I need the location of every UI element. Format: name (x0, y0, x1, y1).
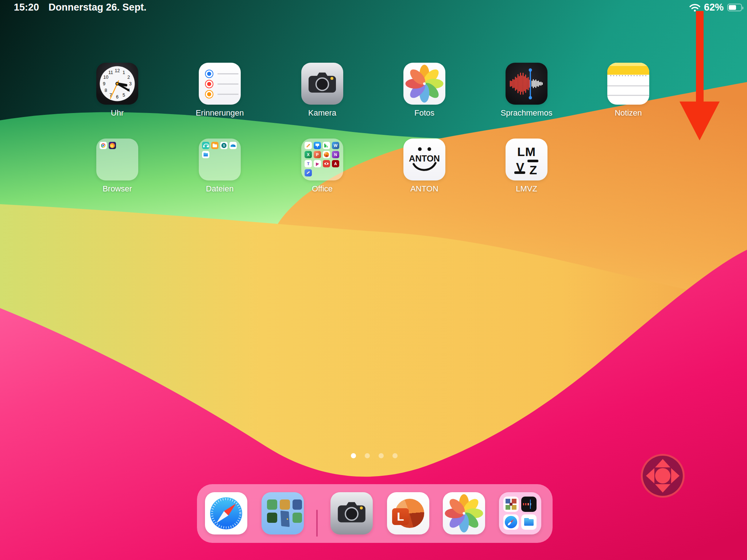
app-label: Kamera (308, 108, 336, 118)
rooms-grid-icon (262, 492, 304, 534)
page-dot-3[interactable] (379, 453, 384, 458)
svg-text:12: 12 (115, 68, 120, 73)
dock-app-kamera[interactable] (330, 492, 373, 534)
safari-mini-icon (503, 514, 519, 530)
pages-mini-icon (305, 142, 312, 149)
page-dot-1[interactable] (351, 453, 356, 458)
dock-folder[interactable] (499, 492, 541, 534)
app-label: Fotos (414, 108, 434, 118)
lens-mini-icon (323, 151, 330, 158)
svg-text:11: 11 (108, 70, 113, 75)
excel-mini-icon: X (305, 151, 312, 158)
keynote-mini-icon (314, 142, 321, 149)
folder-browser[interactable]: Browser (96, 139, 138, 180)
svg-text:5: 5 (123, 93, 125, 98)
sharepoint-mini-icon: S (220, 142, 228, 149)
reader-mini-icon (323, 160, 330, 167)
svg-text:1: 1 (123, 70, 125, 75)
lmvz-icon: LM V Z (506, 139, 547, 180)
status-bar: 15:20 Donnerstag 26. Sept. 62% (0, 0, 747, 15)
teams-mini-icon: T (305, 160, 312, 167)
folderorange-mini-icon (211, 142, 218, 149)
photos-icon (403, 63, 445, 105)
app-label: Erinnerungen (196, 108, 244, 118)
app-label: Uhr (111, 108, 124, 118)
door-icon (280, 511, 290, 527)
dock-folder-icon (499, 492, 541, 534)
app-label: Notizen (615, 108, 642, 118)
app-anton[interactable]: ANTON ANTON (403, 139, 445, 180)
safari-icon (205, 492, 247, 534)
ipad-home-screen: 15:20 Donnerstag 26. Sept. 62% 121234567… (0, 0, 747, 560)
status-date: Donnerstag 26. Sept. (49, 2, 147, 13)
dock-app-office-lens[interactable]: L (387, 492, 429, 534)
assistive-touch-button[interactable] (641, 454, 685, 498)
word-mini-icon: W (332, 142, 339, 149)
svg-text:10: 10 (103, 75, 108, 80)
svg-text:8: 8 (105, 88, 107, 93)
app-fotos[interactable]: Fotos (403, 63, 445, 105)
folder-dateien[interactable]: S Dateien (199, 139, 241, 180)
page-dot-4[interactable] (392, 453, 398, 458)
browser-folder-icon (96, 139, 138, 180)
wifi-icon (689, 3, 700, 12)
reminders-icon (199, 63, 241, 105)
acrobat-mini-icon: A (332, 160, 339, 167)
app-kamera[interactable]: Kamera (301, 63, 343, 105)
page-dot-2[interactable] (365, 453, 370, 458)
stream-mini-icon (314, 160, 321, 167)
app-uhr[interactable]: 121234567891011 Uhr (96, 63, 138, 105)
dock-divider (316, 510, 318, 537)
folder-label: Office (312, 184, 333, 194)
files-folder-icon: S (199, 139, 241, 180)
svg-text:6: 6 (116, 94, 119, 100)
firefox-mini-icon (109, 142, 116, 149)
dock-app-rooms[interactable] (262, 492, 304, 534)
photos-icon (443, 492, 485, 534)
audio-mini-icon (202, 142, 209, 149)
app-lmvz[interactable]: LM V Z LMVZ (506, 139, 547, 180)
app-label: LMVZ (516, 184, 537, 194)
joystick-up-icon (655, 459, 670, 467)
voice-memos-icon (506, 63, 547, 105)
battery-icon (727, 4, 742, 11)
battery-percent: 62% (704, 2, 724, 13)
folder-label: Browser (102, 184, 132, 194)
lens-l-badge: L (392, 508, 409, 525)
app-notizen[interactable]: Notizen (607, 63, 649, 105)
svg-text:9: 9 (103, 81, 105, 86)
svg-text:ANTON: ANTON (409, 153, 440, 163)
app-label: Sprachmemos (501, 108, 553, 118)
editor-mini-icon (305, 169, 312, 176)
page-dots[interactable] (351, 453, 398, 458)
anton-icon: ANTON (403, 139, 445, 180)
svg-text:LM: LM (517, 145, 536, 159)
voicememos-mini-icon (521, 497, 537, 512)
folder-office[interactable]: WXPNTA Office (301, 139, 343, 180)
onedrive-mini-icon (229, 142, 237, 149)
files-mini-icon (521, 514, 537, 530)
chrome-mini-icon (100, 142, 107, 149)
dock-app-fotos[interactable] (443, 492, 485, 534)
office-lens-icon: L (387, 492, 429, 534)
classroom-mini-icon (503, 497, 519, 512)
svg-text:Z: Z (530, 163, 537, 177)
folder-label: Dateien (206, 184, 234, 194)
camera-icon (301, 63, 343, 105)
numbers-mini-icon (323, 142, 330, 149)
notes-icon (607, 63, 649, 105)
camera-icon (330, 492, 373, 534)
onenote-mini-icon: N (332, 151, 339, 158)
dock-app-safari[interactable] (205, 492, 247, 534)
svg-text:3: 3 (129, 81, 132, 86)
joystick-right-icon (671, 468, 680, 483)
svg-text:2: 2 (127, 75, 130, 80)
joystick-left-icon (646, 468, 654, 483)
powerpoint-mini-icon: P (314, 151, 321, 158)
clock-icon: 121234567891011 (96, 63, 138, 105)
status-time: 15:20 (14, 2, 39, 13)
joystick-center-icon (655, 468, 670, 483)
app-sprachmemos[interactable]: Sprachmemos (506, 63, 547, 105)
app-erinnerungen[interactable]: Erinnerungen (199, 63, 241, 105)
app-label: ANTON (410, 184, 438, 194)
